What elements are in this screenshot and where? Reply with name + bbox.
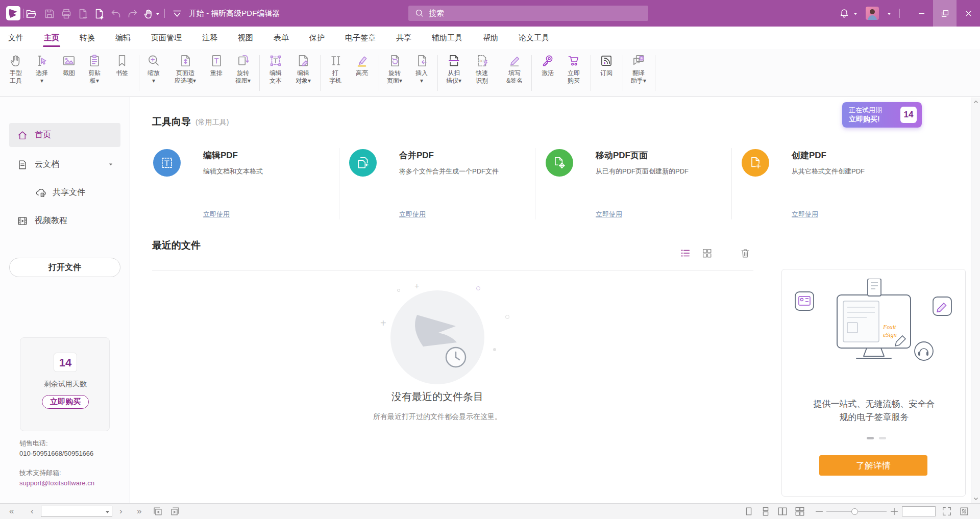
undo-button[interactable]: [109, 7, 122, 20]
grid-view-button[interactable]: [701, 248, 714, 260]
clipboard-button[interactable]: 剪贴板▾: [79, 51, 110, 95]
translate-button[interactable]: A翻译助手▾: [623, 51, 654, 95]
close-button[interactable]: [957, 0, 980, 27]
rotate-view-button[interactable]: 旋转视图▾: [228, 51, 258, 95]
subscribe-button[interactable]: 订阅: [591, 51, 622, 95]
add-pages-button[interactable]: [92, 7, 106, 20]
fullscreen-button[interactable]: [959, 506, 970, 517]
menu-item-编辑[interactable]: 编辑: [115, 27, 131, 49]
hand-dropdown-caret-icon[interactable]: [155, 11, 161, 17]
zoom-in-button[interactable]: [889, 506, 900, 517]
zoom-percentage-input[interactable]: [903, 508, 934, 516]
menu-item-页面管理[interactable]: 页面管理: [151, 27, 182, 49]
notifications-bell-icon[interactable]: [839, 8, 850, 19]
fit-page-button[interactable]: [941, 506, 952, 517]
edit-text-button[interactable]: 编辑文本: [260, 51, 291, 95]
notifications-caret-icon[interactable]: [853, 12, 858, 17]
highlight-button[interactable]: 高亮: [347, 51, 377, 95]
menu-item-保护[interactable]: 保护: [309, 27, 325, 49]
sparkle-plus: +: [414, 282, 419, 291]
use-now-link[interactable]: 立即使用: [596, 210, 622, 219]
use-now-link[interactable]: 立即使用: [203, 210, 230, 219]
move-pdf-pages-icon[interactable]: [546, 149, 573, 177]
menu-item-论文工具[interactable]: 论文工具: [519, 27, 549, 49]
sidebar-item-共享文件[interactable]: 共享文件: [9, 181, 120, 204]
tool-card-合并PDF: 合并PDF将多个文件合并生成一个PDF文件立即使用: [349, 145, 530, 222]
foxit-logo-icon[interactable]: [6, 6, 20, 20]
from-scanner-button[interactable]: 从扫描仪▾: [438, 51, 469, 95]
continuous-view-button[interactable]: [760, 506, 771, 517]
fill-sign-button[interactable]: 填写&签名: [499, 51, 530, 95]
scrollbar-down-icon[interactable]: [973, 496, 978, 501]
carousel-dot-active[interactable]: [867, 437, 874, 439]
previous-page-button[interactable]: ‹: [31, 504, 34, 519]
carousel-dot[interactable]: [879, 437, 886, 439]
typewriter-button[interactable]: 打字机: [320, 51, 351, 95]
merge-pdf-icon[interactable]: [349, 149, 377, 177]
menu-item-注释[interactable]: 注释: [202, 27, 217, 49]
user-avatar[interactable]: [866, 7, 879, 20]
menu-item-视图[interactable]: 视图: [238, 27, 253, 49]
open-file-quick-button[interactable]: [24, 7, 38, 20]
clear-recent-button[interactable]: [740, 248, 752, 260]
edit-object-button[interactable]: 编辑对象▾: [288, 51, 318, 95]
tools-wizard-subtitle: (常用工具): [195, 118, 229, 127]
edit-pdf-icon[interactable]: [153, 149, 181, 177]
restore-button[interactable]: [933, 0, 957, 27]
previous-view-button[interactable]: [152, 506, 163, 517]
search-box[interactable]: 搜索: [408, 6, 648, 21]
rotate-pages-button[interactable]: 旋转页面▾: [379, 51, 410, 95]
menu-item-文件[interactable]: 文件: [8, 27, 23, 49]
facing-continuous-view-button[interactable]: [794, 506, 805, 517]
open-file-button[interactable]: 打开文件: [9, 258, 120, 277]
use-now-link[interactable]: 立即使用: [399, 210, 426, 219]
create-pdf-icon[interactable]: [742, 149, 769, 177]
delete-pages-button[interactable]: [76, 7, 89, 20]
next-view-button[interactable]: [169, 506, 181, 517]
menu-item-辅助工具[interactable]: 辅助工具: [432, 27, 462, 49]
menu-item-共享[interactable]: 共享: [396, 27, 411, 49]
zoom-tool-button[interactable]: 缩放▾: [138, 51, 169, 95]
hand-quick-button[interactable]: [142, 7, 155, 20]
menu-item-表单[interactable]: 表单: [274, 27, 289, 49]
sidebar-item-视频教程[interactable]: 视频教程: [9, 209, 120, 232]
menu-item-电子签章[interactable]: 电子签章: [345, 27, 376, 49]
zoom-out-button[interactable]: [814, 506, 825, 517]
insert-pages-button[interactable]: 插入▾: [406, 51, 437, 95]
redo-button[interactable]: [126, 7, 139, 20]
select-tool-button[interactable]: 选择▾: [27, 51, 57, 95]
buy-now-button[interactable]: 立即购买: [558, 51, 589, 95]
collapse-toolbar-button[interactable]: [170, 7, 184, 20]
page-fit-button[interactable]: 页面适应选项▾: [170, 51, 201, 95]
quick-ocr-button[interactable]: OCR快速识别: [467, 51, 497, 95]
scrollbar-up-icon[interactable]: [973, 100, 978, 105]
single-page-view-button[interactable]: [743, 506, 754, 517]
facing-view-button[interactable]: [777, 506, 788, 517]
menu-item-转换[interactable]: 转换: [80, 27, 95, 49]
menu-item-主页[interactable]: 主页: [44, 27, 59, 49]
zoom-slider-handle[interactable]: [851, 508, 858, 515]
next-page-button[interactable]: ›: [119, 504, 122, 519]
save-button[interactable]: [43, 7, 56, 20]
sidebar-item-云文档[interactable]: 云文档: [9, 153, 120, 176]
expand-caret-icon[interactable]: [108, 162, 113, 167]
menu-item-帮助[interactable]: 帮助: [483, 27, 498, 49]
bookmark-button[interactable]: 书签: [107, 51, 137, 95]
sparkle-dot: [505, 315, 509, 319]
support-email-link[interactable]: support@foxitsoftware.cn: [19, 479, 94, 488]
first-page-button[interactable]: «: [9, 504, 14, 519]
content-scrollbar[interactable]: [971, 97, 980, 503]
sidebar-item-首页[interactable]: 首页: [9, 123, 120, 147]
buy-now-pill-button[interactable]: 立即购买: [42, 395, 89, 409]
learn-more-button[interactable]: 了解详情: [819, 455, 927, 476]
last-page-button[interactable]: »: [137, 504, 141, 519]
account-caret-icon[interactable]: [887, 12, 892, 17]
use-now-link[interactable]: 立即使用: [792, 210, 818, 219]
minimize-button[interactable]: [910, 0, 933, 27]
page-number-caret-icon[interactable]: [105, 510, 110, 514]
trial-badge[interactable]: 正在试用期 立即购买! 14: [842, 102, 922, 128]
print-button[interactable]: [60, 7, 73, 20]
page-number-input[interactable]: [42, 507, 103, 516]
reflow-button[interactable]: 重排: [201, 51, 232, 95]
list-view-button[interactable]: [680, 248, 692, 260]
